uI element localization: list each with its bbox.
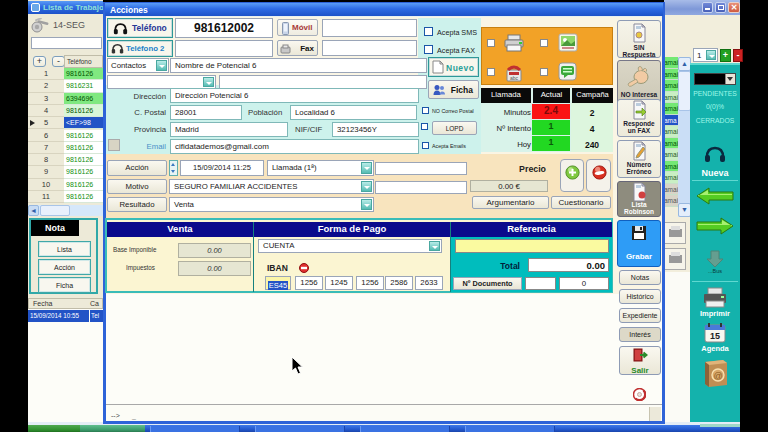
svg-text:@: @ — [713, 371, 722, 381]
svg-text:abc: abc — [510, 75, 519, 81]
svg-text:15: 15 — [710, 331, 720, 341]
